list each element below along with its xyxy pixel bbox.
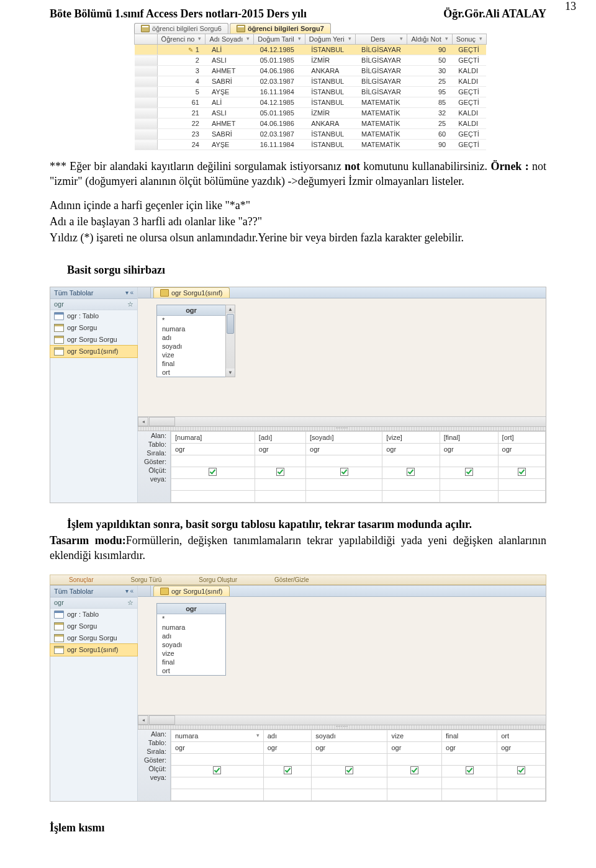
grid-cell[interactable]: ogr	[440, 443, 498, 455]
nav-item[interactable]: ogr Sorgu	[50, 620, 137, 632]
grid-cell[interactable]	[387, 753, 442, 765]
checkbox-icon[interactable]	[410, 766, 418, 774]
column-header[interactable]: Sonuç▾	[452, 34, 486, 45]
grid-cell[interactable]	[171, 490, 255, 502]
grid-cell[interactable]: ogr	[382, 443, 440, 455]
grid-cell[interactable]	[440, 455, 498, 467]
table-row[interactable]: 4SABRİ02.03.1987İSTANBULBİLGİSAYAR25KALD…	[135, 76, 487, 87]
grid-cell[interactable]	[382, 455, 440, 467]
grid-cell[interactable]: [final]	[440, 431, 498, 443]
grid-cell[interactable]	[312, 753, 387, 765]
pane-splitter[interactable]	[138, 725, 546, 730]
grid-cell[interactable]	[171, 765, 264, 777]
column-header[interactable]: Adı Soyadı▾	[205, 34, 254, 45]
nav-item[interactable]: ogr : Tablo	[50, 609, 137, 620]
column-header[interactable]: Aldığı Not▾	[407, 34, 452, 45]
nav-item[interactable]: ogr Sorgu Sorgu	[50, 334, 137, 346]
scroll-down-icon[interactable]: ▼	[226, 369, 235, 377]
field-item[interactable]: numara	[157, 324, 225, 333]
grid-cell[interactable]: ort	[497, 730, 546, 741]
grid-cell[interactable]	[440, 490, 498, 502]
grid-cell[interactable]: [adı]	[255, 431, 305, 443]
nav-item[interactable]: ogr Sorgu1(sınıf)	[50, 643, 138, 656]
grid-cell[interactable]	[255, 478, 305, 490]
grid-cell[interactable]	[387, 765, 442, 777]
object-tab[interactable]: ogr Sorgu1(sınıf)	[153, 287, 230, 298]
nav-item[interactable]: ogr Sorgu	[50, 322, 137, 334]
grid-cell[interactable]	[255, 467, 305, 478]
field-item[interactable]: *	[157, 614, 225, 623]
grid-cell[interactable]	[497, 777, 546, 789]
nav-item[interactable]: ogr Sorgu Sorgu	[50, 632, 137, 644]
field-item[interactable]: soyadı	[157, 342, 225, 351]
grid-cell[interactable]	[263, 753, 312, 765]
grid-cell[interactable]	[497, 753, 546, 765]
table-row[interactable]: 23SABRİ02.03.1987İSTANBULMATEMATİK60GEÇT…	[135, 129, 487, 140]
grid-cell[interactable]	[440, 467, 498, 478]
grid-cell[interactable]	[171, 753, 264, 765]
grid-cell[interactable]	[171, 478, 255, 490]
grid-cell[interactable]: [ort]	[498, 431, 545, 443]
grid-cell[interactable]: numara ▾	[171, 730, 264, 741]
table-fieldlist[interactable]: ogr *numaraadısoyadıvizefinalort	[156, 305, 226, 377]
field-item[interactable]: final	[157, 359, 225, 368]
grid-cell[interactable]	[497, 765, 546, 777]
query-tab-active[interactable]: öğrenci bilgileri Sorgu7	[230, 23, 331, 34]
grid-cell[interactable]	[442, 765, 497, 777]
grid-cell[interactable]	[387, 777, 442, 789]
checkbox-icon[interactable]	[407, 468, 415, 476]
field-item[interactable]: adı	[157, 632, 225, 640]
grid-cell[interactable]	[306, 455, 382, 467]
grid-cell[interactable]	[442, 753, 497, 765]
checkbox-icon[interactable]	[284, 766, 292, 774]
checkbox-icon[interactable]	[345, 766, 353, 774]
checkbox-icon[interactable]	[209, 468, 217, 476]
design-canvas[interactable]: ogr *numaraadısoyadıvizefinalort ▲ ▼	[138, 298, 546, 416]
field-item[interactable]: adı	[157, 333, 225, 342]
grid-cell[interactable]	[171, 467, 255, 478]
checkbox-icon[interactable]	[466, 766, 474, 774]
grid-cell[interactable]: ogr	[497, 741, 546, 753]
grid-cell[interactable]	[442, 789, 497, 800]
column-header[interactable]: Doğum Taril▾	[254, 34, 305, 45]
scroll-thumb-h[interactable]	[149, 417, 175, 426]
grid-cell[interactable]: ogr	[306, 443, 382, 455]
table-row[interactable]: 61ALİ04.12.1985İSTANBULMATEMATİK85GEÇTİ	[135, 97, 487, 108]
grid-cell[interactable]: ogr	[387, 741, 442, 753]
grid-cell[interactable]	[171, 455, 255, 467]
grid-cell[interactable]: soyadı	[312, 730, 387, 741]
grid-cell[interactable]	[382, 467, 440, 478]
field-item[interactable]: final	[157, 658, 225, 666]
grid-cell[interactable]	[312, 777, 387, 789]
grid-cell[interactable]	[312, 789, 387, 800]
table-row[interactable]: 24AYŞE16.11.1984İSTANBULMATEMATİK90GEÇTİ	[135, 140, 487, 150]
grid-cell[interactable]	[382, 478, 440, 490]
table-row[interactable]: 3AHMET04.06.1986ANKARABİLGİSAYAR30KALDI	[135, 66, 487, 76]
field-item[interactable]: vize	[157, 649, 225, 658]
grid-cell[interactable]: [vize]	[382, 431, 440, 443]
grid-cell[interactable]: [soyadı]	[306, 431, 382, 443]
column-header[interactable]: Doğum Yeri▾	[305, 34, 355, 45]
grid-cell[interactable]	[498, 467, 545, 478]
table-row[interactable]: 5AYŞE16.11.1984İSTANBULBİLGİSAYAR95GEÇTİ	[135, 87, 487, 97]
field-item[interactable]: ort	[157, 368, 225, 377]
grid-cell[interactable]	[171, 777, 264, 789]
field-item[interactable]: vize	[157, 351, 225, 359]
grid-cell[interactable]	[497, 789, 546, 800]
scrollbar-vertical[interactable]: ▲ ▼	[225, 305, 235, 377]
grid-cell[interactable]	[306, 490, 382, 502]
nav-item[interactable]: ogr Sorgu1(sınıf)	[50, 345, 138, 358]
grid-cell[interactable]: [numara]	[171, 431, 255, 443]
query-design-grid[interactable]: Alan:Tablo:Sırala:Göster:Ölçüt:veya: num…	[138, 730, 546, 801]
scroll-left-icon[interactable]: ◂	[138, 417, 148, 426]
grid-cell[interactable]: ogr	[255, 443, 305, 455]
grid-cell[interactable]: adı	[263, 730, 312, 741]
grid-cell[interactable]	[312, 765, 387, 777]
grid-cell[interactable]	[255, 490, 305, 502]
column-header[interactable]: Öğrenci no▾	[157, 34, 205, 45]
grid-cell[interactable]: final	[442, 730, 497, 741]
grid-cell[interactable]: vize	[387, 730, 442, 741]
grid-cell[interactable]: ogr	[263, 741, 312, 753]
grid-cell[interactable]	[382, 490, 440, 502]
field-item[interactable]: ort	[157, 666, 225, 675]
